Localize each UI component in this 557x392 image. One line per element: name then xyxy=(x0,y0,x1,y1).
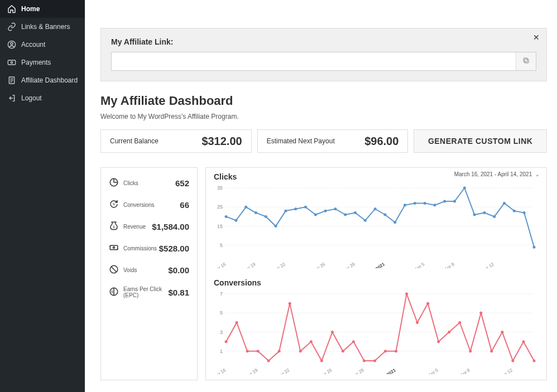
svg-point-79 xyxy=(236,321,238,324)
svg-point-89 xyxy=(342,350,344,352)
svg-point-3 xyxy=(11,61,12,63)
stat-commissions: Commissions $528.00 xyxy=(109,238,189,259)
pie-icon xyxy=(109,177,119,189)
void-icon xyxy=(109,264,119,276)
conversions-chart-title: Conversions xyxy=(214,278,539,287)
chevron-down-icon: ⌄ xyxy=(535,172,540,177)
svg-point-86 xyxy=(310,340,313,343)
clicks-chart: 5152535Mar 16Mar 19Mar 22Mar 26Mar 29Apr… xyxy=(214,185,539,268)
svg-text:Mar 29: Mar 29 xyxy=(350,367,365,374)
svg-point-95 xyxy=(405,293,408,296)
svg-point-84 xyxy=(289,302,291,305)
svg-point-88 xyxy=(331,331,334,333)
svg-point-48 xyxy=(414,202,416,205)
svg-point-81 xyxy=(257,350,260,352)
money-bag-icon: $ xyxy=(109,221,119,233)
svg-point-15 xyxy=(113,247,115,249)
stat-value: $0.00 xyxy=(168,265,189,275)
svg-text:Apr 8: Apr 8 xyxy=(444,262,455,268)
svg-point-60 xyxy=(532,246,535,249)
svg-point-38 xyxy=(314,214,317,216)
close-icon[interactable]: ✕ xyxy=(533,33,540,42)
summary-row: Current Balance $312.00 Estimated Next P… xyxy=(100,129,547,153)
svg-text:5: 5 xyxy=(220,310,223,316)
sidebar-item-home[interactable]: Home xyxy=(0,0,85,18)
svg-point-57 xyxy=(503,202,506,205)
stat-clicks: Clicks 652 xyxy=(109,172,189,194)
sidebar-item-account[interactable]: Account xyxy=(0,36,85,54)
svg-point-40 xyxy=(334,207,337,210)
svg-point-53 xyxy=(463,187,466,190)
svg-point-83 xyxy=(278,350,281,352)
svg-text:Apr 2021: Apr 2021 xyxy=(367,262,386,268)
svg-point-78 xyxy=(225,340,228,343)
svg-point-32 xyxy=(255,211,257,214)
generate-link-button[interactable]: GENERATE CUSTOM LINK xyxy=(414,129,547,153)
svg-point-103 xyxy=(490,350,493,352)
svg-point-96 xyxy=(416,321,419,324)
svg-text:Apr 12: Apr 12 xyxy=(500,367,514,374)
sidebar-item-affiliate-dashboard[interactable]: Affiliate Dashboard xyxy=(0,71,85,89)
svg-point-45 xyxy=(383,214,386,216)
svg-point-104 xyxy=(501,331,503,333)
svg-text:Apr 5: Apr 5 xyxy=(414,262,425,268)
copy-button[interactable] xyxy=(516,52,536,70)
sidebar: Home Links & Banners Account Payments Af… xyxy=(0,0,85,392)
sidebar-item-label: Account xyxy=(21,41,45,49)
balance-amount: $312.00 xyxy=(201,135,242,148)
stat-epc: $ Earns Per Click (EPC) $0.81 xyxy=(109,281,189,303)
svg-point-1 xyxy=(11,42,13,45)
svg-point-46 xyxy=(393,221,396,224)
svg-point-51 xyxy=(443,200,446,203)
svg-text:Mar 22: Mar 22 xyxy=(276,367,291,374)
svg-point-36 xyxy=(294,207,297,210)
stat-value: $0.81 xyxy=(168,288,189,297)
stat-revenue: $ Revenue $1,584.00 xyxy=(109,216,189,238)
svg-text:5: 5 xyxy=(220,243,223,248)
balance-label: Current Balance xyxy=(110,137,159,145)
stat-value: $1,584.00 xyxy=(152,222,189,231)
svg-text:Apr 5: Apr 5 xyxy=(428,367,439,374)
svg-point-99 xyxy=(448,331,450,333)
stat-label: Earns Per Click (EPC) xyxy=(123,286,168,298)
svg-point-34 xyxy=(275,225,277,228)
sidebar-item-logout[interactable]: Logout xyxy=(0,89,85,107)
svg-point-41 xyxy=(344,214,347,216)
date-range-picker[interactable]: March 16, 2021 - April 14, 2021 ⌄ xyxy=(454,171,540,177)
svg-point-31 xyxy=(244,206,247,209)
svg-point-94 xyxy=(395,350,397,352)
svg-rect-9 xyxy=(525,59,529,63)
svg-point-43 xyxy=(364,219,367,222)
svg-point-80 xyxy=(246,350,249,352)
conversions-chart: 1357Mar 16Mar 19Mar 22Mar 26Mar 29Apr 20… xyxy=(214,291,539,374)
svg-text:Apr 12: Apr 12 xyxy=(481,262,495,268)
payout-label: Estimated Next Payout xyxy=(267,137,335,145)
svg-rect-14 xyxy=(110,245,118,250)
sidebar-item-links-banners[interactable]: Links & Banners xyxy=(0,18,85,36)
balance-card: Current Balance $312.00 xyxy=(100,129,252,153)
svg-point-33 xyxy=(265,215,267,218)
svg-point-35 xyxy=(284,210,287,212)
affiliate-link-input[interactable] xyxy=(112,52,516,70)
svg-text:Mar 29: Mar 29 xyxy=(342,262,356,268)
svg-point-105 xyxy=(511,360,514,362)
sidebar-item-label: Payments xyxy=(21,59,51,66)
svg-point-93 xyxy=(384,350,387,352)
svg-point-58 xyxy=(513,210,516,212)
svg-text:7: 7 xyxy=(220,291,223,297)
sidebar-item-payments[interactable]: Payments xyxy=(0,54,85,71)
copy-icon xyxy=(522,56,530,66)
content-row: Clicks 652 $ Conversions 66 $ Revenue xyxy=(100,167,547,380)
svg-point-97 xyxy=(426,302,429,305)
stat-label: Voids xyxy=(123,267,137,273)
page-title: My Affiliate Dashboard xyxy=(100,94,547,108)
affiliate-link-label: My Affiliate Link: xyxy=(111,37,536,46)
svg-line-17 xyxy=(112,267,117,272)
svg-point-50 xyxy=(433,204,436,206)
svg-text:Apr 2021: Apr 2021 xyxy=(378,367,397,374)
affiliate-link-box: ✕ My Affiliate Link: xyxy=(100,28,547,81)
svg-text:$: $ xyxy=(113,225,115,229)
sidebar-item-label: Logout xyxy=(21,94,42,102)
logout-icon xyxy=(7,93,17,103)
svg-text:Apr 8: Apr 8 xyxy=(459,367,471,374)
